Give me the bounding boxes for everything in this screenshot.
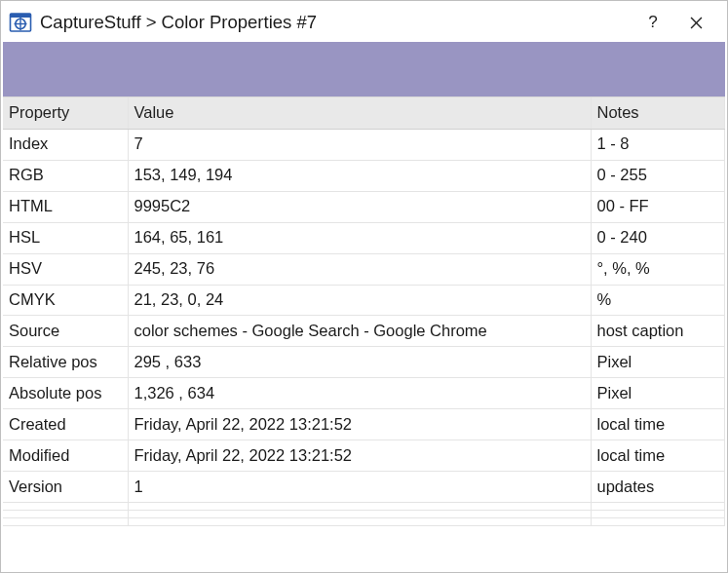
color-swatch xyxy=(3,42,725,96)
table-row[interactable]: HSL164, 65, 1610 - 240 xyxy=(3,222,725,253)
header-notes[interactable]: Notes xyxy=(591,97,725,129)
cell-property: Modified xyxy=(3,440,128,472)
cell-notes xyxy=(591,510,725,517)
cell-value: 1 xyxy=(128,472,591,503)
cell-notes: 0 - 255 xyxy=(591,160,725,191)
cell-value: 9995C2 xyxy=(128,191,591,222)
cell-notes: Pixel xyxy=(591,347,725,378)
cell-value: 153, 149, 194 xyxy=(128,160,591,191)
table-row[interactable]: HTML9995C200 - FF xyxy=(3,191,725,222)
table-row[interactable]: RGB153, 149, 1940 - 255 xyxy=(3,160,725,191)
cell-property: HTML xyxy=(3,191,128,222)
cell-notes: °, %, % xyxy=(591,253,725,285)
cell-notes: 00 - FF xyxy=(591,191,725,222)
window-title: CaptureStuff > Color Properties #7 xyxy=(40,12,632,33)
cell-property: Version xyxy=(3,472,128,503)
cell-property: Source xyxy=(3,316,128,347)
cell-property: HSV xyxy=(3,253,128,285)
cell-notes: 0 - 240 xyxy=(591,222,725,253)
cell-notes xyxy=(591,517,725,525)
cell-notes: local time xyxy=(591,409,725,440)
cell-value xyxy=(128,510,591,517)
cell-property xyxy=(3,502,128,510)
table-row[interactable] xyxy=(3,517,725,525)
header-value[interactable]: Value xyxy=(128,97,591,129)
cell-value: color schemes - Google Search - Google C… xyxy=(128,316,591,347)
cell-value: 21, 23, 0, 24 xyxy=(128,285,591,316)
table-row[interactable]: Absolute pos1,326 , 634Pixel xyxy=(3,378,725,409)
cell-property: Index xyxy=(3,129,128,160)
table-row[interactable]: Version1updates xyxy=(3,472,725,503)
properties-grid: Property Value Notes Index71 - 8RGB153, … xyxy=(3,96,725,570)
properties-table: Property Value Notes Index71 - 8RGB153, … xyxy=(3,97,725,526)
help-button[interactable]: ? xyxy=(632,7,674,38)
cell-value: Friday, April 22, 2022 13:21:52 xyxy=(128,440,591,472)
cell-notes: local time xyxy=(591,440,725,472)
table-row[interactable]: Sourcecolor schemes - Google Search - Go… xyxy=(3,316,725,347)
window: CaptureStuff > Color Properties #7 ? Pro… xyxy=(0,0,728,573)
cell-property: CMYK xyxy=(3,285,128,316)
cell-value xyxy=(128,517,591,525)
cell-notes: % xyxy=(591,285,725,316)
cell-value: 245, 23, 76 xyxy=(128,253,591,285)
table-row[interactable]: CreatedFriday, April 22, 2022 13:21:52lo… xyxy=(3,409,725,440)
table-header-row: Property Value Notes xyxy=(3,97,725,129)
table-row[interactable] xyxy=(3,510,725,517)
cell-notes: Pixel xyxy=(591,378,725,409)
close-icon xyxy=(690,17,703,29)
cell-value: 295 , 633 xyxy=(128,347,591,378)
svg-rect-1 xyxy=(11,14,31,18)
table-row[interactable]: ModifiedFriday, April 22, 2022 13:21:52l… xyxy=(3,440,725,472)
cell-property: Absolute pos xyxy=(3,378,128,409)
cell-property: Relative pos xyxy=(3,347,128,378)
table-row[interactable] xyxy=(3,502,725,510)
cell-value: 1,326 , 634 xyxy=(128,378,591,409)
cell-notes: 1 - 8 xyxy=(591,129,725,160)
cell-value: Friday, April 22, 2022 13:21:52 xyxy=(128,409,591,440)
cell-value xyxy=(128,502,591,510)
cell-notes: host caption xyxy=(591,316,725,347)
cell-notes: updates xyxy=(591,472,725,503)
table-row[interactable]: CMYK21, 23, 0, 24% xyxy=(3,285,725,316)
titlebar: CaptureStuff > Color Properties #7 ? xyxy=(3,3,725,42)
table-row[interactable]: Index71 - 8 xyxy=(3,129,725,160)
header-property[interactable]: Property xyxy=(3,97,128,129)
cell-property xyxy=(3,517,128,525)
cell-value: 7 xyxy=(128,129,591,160)
table-row[interactable]: HSV245, 23, 76°, %, % xyxy=(3,253,725,285)
close-button[interactable] xyxy=(674,7,717,38)
cell-property: HSL xyxy=(3,222,128,253)
cell-notes xyxy=(591,502,725,510)
cell-value: 164, 65, 161 xyxy=(128,222,591,253)
table-row[interactable]: Relative pos295 , 633Pixel xyxy=(3,347,725,378)
cell-property: Created xyxy=(3,409,128,440)
cell-property: RGB xyxy=(3,160,128,191)
cell-property xyxy=(3,510,128,517)
app-icon xyxy=(9,11,32,34)
